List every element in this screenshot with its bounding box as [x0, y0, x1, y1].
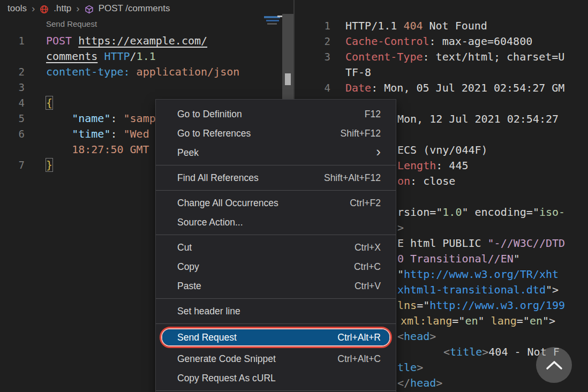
- code-token: <: [443, 345, 450, 358]
- menu-item-go-to-references[interactable]: Go to ReferencesShift+F12: [156, 124, 396, 143]
- menu-separator: [156, 165, 396, 165]
- menu-separator: [156, 190, 396, 191]
- breadcrumb-separator-icon: ›: [32, 3, 35, 13]
- menu-item-label: Go to References: [177, 128, 251, 139]
- menu-item-copy[interactable]: CopyCtrl+C: [156, 257, 396, 276]
- code-token: head: [410, 376, 436, 389]
- code-token: en: [530, 314, 542, 327]
- menu-item-shortcut: Ctrl+V: [355, 281, 381, 292]
- menu-item-shortcut: Ctrl+F2: [350, 198, 381, 209]
- menu-item-shortcut: Ctrl+X: [355, 242, 381, 253]
- code-token: }: [46, 159, 52, 171]
- code-token: [117, 127, 123, 140]
- scrollbar-thumb[interactable]: [285, 73, 291, 85]
- code-token: {: [46, 96, 52, 109]
- menu-item-paste[interactable]: PasteCtrl+V: [156, 276, 396, 296]
- breadcrumb-item-post-comments[interactable]: POST /comments: [99, 3, 170, 14]
- code-token: rsion=: [397, 206, 436, 218]
- code-line: 1HTTP/1.1 404 Not Found: [295, 18, 588, 34]
- code-line: 1POST https://example.com/: [0, 33, 293, 49]
- code-token: lns: [397, 299, 417, 312]
- code-token: Date: [345, 81, 371, 94]
- scrollbar[interactable]: [282, 14, 294, 99]
- minimap-mark: [267, 23, 277, 25]
- code-token: 404: [403, 19, 423, 32]
- code-token: comments: [46, 50, 97, 63]
- menu-item-generate-code-snippet[interactable]: Generate Code SnippetCtrl+Alt+C: [156, 349, 396, 368]
- menu-item-label: Generate Code Snippet: [177, 353, 276, 365]
- minimap-mark: [277, 16, 282, 17]
- code-token: encoding=: [475, 206, 533, 218]
- breadcrumb-item-tools[interactable]: tools: [7, 3, 27, 14]
- menu-item-copy-request-as-curl[interactable]: Copy Request As cURL: [156, 368, 396, 388]
- menu-item-shortcut: F12: [365, 109, 381, 120]
- code-token: :: [110, 112, 117, 125]
- code-token: ">: [542, 314, 555, 327]
- menu-item-go-to-definition[interactable]: Go to DefinitionF12: [156, 104, 396, 124]
- code-token: ">: [546, 283, 559, 296]
- menu-item-set-header-line[interactable]: Set header line: [156, 301, 396, 321]
- code-token: <: [397, 330, 404, 343]
- code-token: TF-8: [345, 66, 371, 79]
- code-token: "name": [72, 112, 110, 125]
- minimap-mark: [266, 20, 279, 21]
- submenu-arrow-icon: ›: [376, 145, 381, 159]
- code-token: [46, 143, 72, 156]
- menu-item-label: Change All Occurrences: [177, 198, 278, 209]
- code-token: :: [410, 175, 423, 187]
- code-token: [46, 112, 72, 125]
- line-number: 2: [295, 34, 330, 49]
- vscode-window: tools›.http›POST /comments Send Request …: [0, 0, 588, 392]
- breadcrumb-item-http[interactable]: .http: [54, 3, 71, 14]
- code-token: Mon, 12 Jul 2021 02:54:27: [397, 112, 559, 125]
- code-token: max-age=604800: [442, 35, 533, 48]
- menu-item-change-all-occurrences[interactable]: Change All OccurrencesCtrl+F2: [156, 193, 396, 213]
- code-token: 1.0: [442, 206, 462, 218]
- code-token: ": [397, 268, 404, 281]
- code-token: iso-: [539, 206, 565, 218]
- scroll-to-top-button[interactable]: [536, 347, 572, 383]
- code-token: "Wed: [124, 127, 149, 140]
- code-token: ": [514, 252, 520, 265]
- line-number: 2: [0, 64, 25, 80]
- menu-item-send-request[interactable]: Send RequestCtrl+Alt+R: [162, 329, 389, 345]
- send-request-codelens[interactable]: Send Request: [46, 19, 97, 28]
- menu-separator: [156, 323, 396, 324]
- menu-item-peek[interactable]: Peek›: [156, 143, 396, 162]
- code-token: :: [423, 50, 436, 63]
- menu-item-label: Send Request: [177, 332, 237, 343]
- menu-item-cut[interactable]: CutCtrl+X: [156, 238, 396, 257]
- code-token: head: [404, 330, 429, 343]
- code-line: 3Content-Type: text/html; charset=U: [295, 49, 588, 65]
- menu-separator: [156, 235, 396, 235]
- breadcrumb-separator-icon: ›: [76, 3, 79, 13]
- code-line: 4Date: Mon, 05 Jul 2021 02:54:27 GM: [295, 80, 588, 96]
- code-token: http://www.w3.org/199: [429, 299, 565, 312]
- code-token: on: [397, 175, 410, 187]
- menu-item-shortcut: Ctrl+Alt+C: [337, 353, 381, 365]
- code-token: [117, 112, 123, 125]
- annotation-ring: Send RequestCtrl+Alt+R: [160, 327, 392, 348]
- menu-item-source-action[interactable]: Source Action...: [156, 213, 396, 232]
- line-number: 6: [0, 126, 25, 142]
- menu-separator: [156, 390, 396, 391]
- code-token: =": [452, 314, 465, 327]
- code-token: :: [371, 81, 384, 94]
- line-number: 1: [295, 18, 330, 34]
- code-token: Content-Type: [345, 50, 423, 63]
- code-token: application/json: [137, 65, 240, 78]
- line-number: 1: [0, 33, 25, 49]
- code-token: "time": [72, 127, 110, 140]
- code-token: Length: [397, 159, 436, 172]
- menu-item-label: Copy: [177, 261, 199, 273]
- code-token: ": [478, 314, 491, 327]
- code-token: tle: [397, 361, 417, 374]
- menu-item-label: Source Action...: [177, 217, 243, 228]
- code-token: ECS (vny/044F): [397, 144, 488, 156]
- menu-item-label: Find All References: [177, 172, 259, 184]
- code-token: "-//W3C//DTD: [488, 237, 566, 250]
- menu-item-find-all-references[interactable]: Find All ReferencesShift+Alt+F12: [156, 168, 396, 187]
- minimap[interactable]: [263, 15, 283, 29]
- menu-item-shortcut: Ctrl+C: [354, 261, 381, 273]
- line-number: 3: [0, 80, 25, 95]
